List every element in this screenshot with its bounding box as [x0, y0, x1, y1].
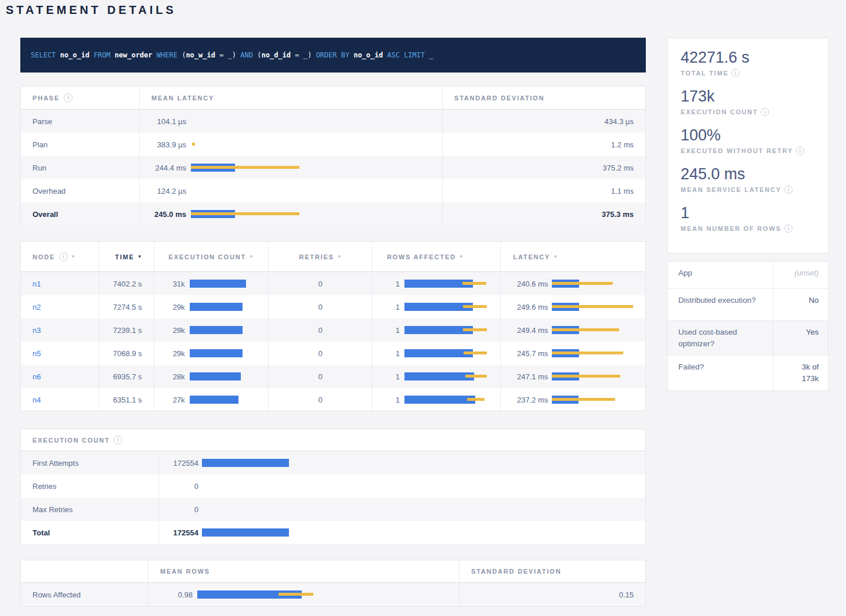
- sql-keyword: ORDER BY: [316, 51, 353, 59]
- statement-details-page: STATEMENT DETAILS SELECT no_o_id FROM ne…: [0, 0, 846, 616]
- count-bar: [202, 459, 203, 467]
- sql-text: [89, 51, 93, 59]
- std-dev-cell: 375.3 ms: [443, 210, 645, 219]
- info-icon[interactable]: i: [114, 436, 122, 444]
- sql-text: _: [429, 51, 433, 59]
- node-link[interactable]: n2: [32, 303, 41, 311]
- latency-bar: [552, 372, 552, 381]
- sort-caret-icon: ▼: [249, 254, 254, 259]
- latency-bar: [191, 140, 191, 148]
- count-cell: 172554: [159, 528, 645, 537]
- latency-cell: 240.6 ms: [501, 272, 645, 295]
- mean-rows-header-cell: MEAN ROWS: [149, 560, 460, 582]
- info-icon[interactable]: i: [784, 186, 793, 194]
- node-row: n4 6351.1 s 27k 0 1 237.2 ms: [21, 388, 645, 411]
- count-cell: 0: [159, 505, 645, 514]
- execution-count-cell: 29k: [154, 318, 269, 342]
- stat-value: 173k: [681, 86, 815, 106]
- phase-row-run: Run 244.4 ms 375.2 ms: [21, 156, 645, 179]
- row-label: Retries: [21, 474, 159, 498]
- stat-mean-service-latency: 245.0 ms MEAN SERVICE LATENCYi: [681, 164, 815, 194]
- node-link[interactable]: n5: [32, 349, 41, 358]
- retries-cell: 0: [269, 342, 373, 365]
- rows-affected-bar: [404, 372, 405, 381]
- rows-affected-bar: [404, 349, 405, 357]
- rows-affected-bar: [404, 326, 405, 334]
- sql-identifier: new_order: [115, 51, 153, 59]
- time-cell: 7402.2 s: [99, 272, 154, 295]
- node-row: n5 7068.9 s 29k 0 1 245.7 ms: [21, 342, 645, 365]
- info-icon[interactable]: i: [796, 147, 804, 155]
- attribute-label: Used cost-based optimizer?: [668, 321, 773, 355]
- node-row: n6 6935.7 s 28k 0 1 247.1 ms: [21, 365, 645, 388]
- sql-text: [383, 51, 387, 59]
- execution-count-row: Retries 0: [21, 474, 645, 498]
- attribute-value: No: [773, 289, 828, 320]
- node-link[interactable]: n6: [32, 372, 41, 381]
- sql-keyword: AND: [240, 51, 257, 59]
- mean-rows-cell: 0.98: [149, 583, 460, 606]
- stat-label: TOTAL TIMEi: [681, 68, 815, 78]
- mean-rows-bar: [197, 590, 198, 599]
- time-cell: 6935.7 s: [99, 365, 154, 388]
- empty-header-cell: [21, 560, 149, 582]
- execution-count-cell: 27k: [154, 388, 269, 411]
- phase-header-cell: PHASE i: [21, 86, 140, 109]
- execution-count-row: First Attempts 172554: [21, 451, 645, 474]
- info-icon[interactable]: i: [59, 252, 68, 261]
- sort-caret-icon: ▼: [71, 254, 75, 259]
- page-title: STATEMENT DETAILS: [6, 3, 176, 17]
- sql-text: (: [257, 51, 261, 59]
- node-column-header[interactable]: NODE i ▼: [21, 242, 99, 271]
- phase-row-overhead: Overhead 124.2 µs 1.1 ms: [21, 179, 645, 202]
- info-icon[interactable]: i: [761, 108, 769, 116]
- latency-column-header[interactable]: LATENCY ▼: [501, 242, 645, 271]
- mean-latency-cell: 245.0 ms: [140, 202, 443, 226]
- time-column-header[interactable]: TIME ▼: [99, 242, 154, 271]
- sort-caret-icon: ▼: [138, 254, 142, 259]
- mean-latency-cell: 383.9 µs: [140, 133, 443, 156]
- row-label: Max Retries: [21, 498, 159, 521]
- attribute-row-distributed: Distributed execution? No: [668, 289, 828, 321]
- std-dev-cell: 0.15: [460, 590, 645, 599]
- phase-label: Overhead: [21, 179, 140, 202]
- execution-count-column-header[interactable]: EXECUTION COUNT ▼: [154, 242, 269, 271]
- latency-cell: 249.4 ms: [501, 318, 645, 342]
- rows-affected-column-header[interactable]: ROWS AFFECTED ▼: [373, 242, 501, 271]
- main-content: SELECT no_o_id FROM new_order WHERE (no_…: [20, 38, 646, 607]
- latency-cell: 247.1 ms: [501, 365, 645, 388]
- count-bar: [202, 505, 203, 513]
- node-link[interactable]: n1: [32, 280, 41, 288]
- phase-table-header: PHASE i MEAN LATENCY STANDARD DEVIATION: [21, 86, 645, 110]
- node-row: n1 7402.2 s 31k 0 1 240.6 ms: [21, 272, 645, 295]
- rows-affected-cell: 1: [373, 388, 501, 411]
- count-bar: [202, 528, 203, 537]
- retries-column-header[interactable]: RETRIES ▼: [269, 242, 373, 271]
- std-dev-header-cell: STANDARD DEVIATION: [460, 568, 645, 575]
- rows-affected-cell: 1: [373, 342, 501, 365]
- execution-count-cell: 29k: [154, 342, 269, 365]
- rows-affected-cell: 1: [373, 318, 501, 342]
- mean-latency-cell: 244.4 ms: [140, 156, 443, 179]
- std-dev-cell: 375.2 ms: [443, 164, 645, 172]
- std-dev-cell: 434.3 µs: [443, 117, 645, 126]
- stat-total-time: 42271.6 s TOTAL TIMEi: [681, 48, 815, 78]
- retries-cell: 0: [269, 388, 373, 411]
- count-cell: 0: [159, 482, 645, 491]
- sql-keyword: ASC LIMIT: [387, 51, 429, 59]
- info-icon[interactable]: i: [64, 93, 73, 102]
- sql-keyword: WHERE: [157, 51, 182, 59]
- phase-row-overall: Overall 245.0 ms 375.3 ms: [21, 202, 645, 226]
- sql-text: [153, 51, 157, 59]
- retries-cell: 0: [269, 295, 373, 318]
- info-icon[interactable]: i: [732, 69, 740, 77]
- sql-text: = _): [215, 51, 240, 59]
- execution-count-row: Max Retries 0: [21, 498, 645, 521]
- latency-bar: [191, 164, 191, 172]
- attribute-label: App: [668, 262, 773, 288]
- node-link[interactable]: n3: [32, 326, 41, 335]
- stat-mean-number-of-rows: 1 MEAN NUMBER OF ROWSi: [681, 203, 815, 233]
- info-icon[interactable]: i: [784, 224, 793, 233]
- node-link[interactable]: n4: [32, 396, 41, 404]
- retries-cell: 0: [269, 318, 373, 342]
